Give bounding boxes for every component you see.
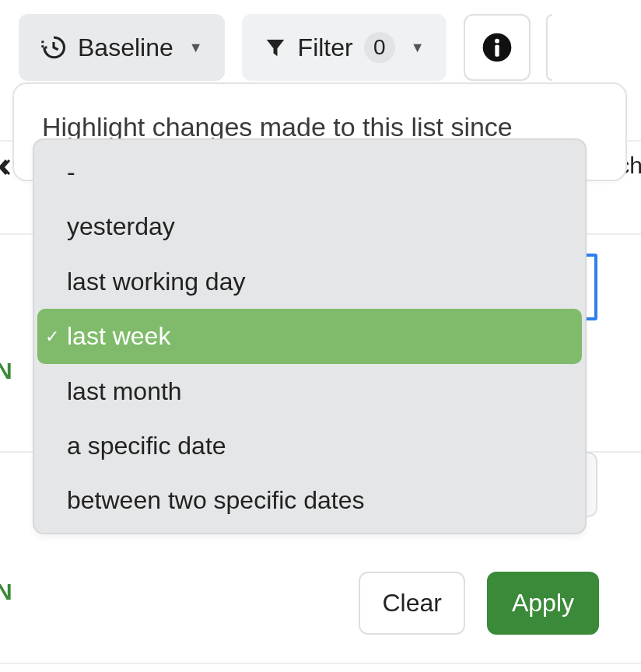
filter-count-badge: 0: [364, 32, 395, 63]
dropdown-option-label: a specific date: [67, 425, 226, 467]
filter-label: Filter: [298, 33, 353, 62]
apply-button[interactable]: Apply: [487, 572, 599, 635]
filter-button[interactable]: Filter 0 ▼: [242, 14, 447, 81]
svg-rect-2: [495, 45, 499, 57]
check-icon: ✓: [45, 322, 59, 351]
dropdown-option-last-week[interactable]: ✓ last week: [37, 309, 582, 363]
bg-cell-fragment: N: [0, 579, 5, 605]
caret-down-icon: ▼: [189, 40, 203, 56]
dropdown-option-none[interactable]: -: [37, 145, 582, 199]
dropdown-option-between-dates[interactable]: between two specific dates: [37, 473, 582, 527]
bg-button-fragment: [546, 14, 552, 81]
dropdown-option-label: -: [67, 151, 75, 193]
caret-down-icon: ▼: [411, 40, 425, 56]
dropdown-option-specific-date[interactable]: a specific date: [37, 418, 582, 473]
bg-grid-line: [0, 663, 641, 664]
dropdown-option-last-month[interactable]: last month: [37, 364, 582, 418]
dropdown-option-label: last week: [67, 315, 170, 357]
clear-button[interactable]: Clear: [359, 572, 464, 635]
baseline-button[interactable]: Baseline ▼: [19, 14, 225, 81]
baseline-range-dropdown: - yesterday last working day ✓ last week…: [33, 138, 587, 534]
dropdown-option-label: last month: [67, 370, 182, 412]
history-icon: [40, 34, 67, 61]
dropdown-option-label: yesterday: [67, 205, 175, 247]
filter-icon: [264, 36, 287, 59]
popover-actions: Clear Apply: [359, 572, 599, 635]
dropdown-option-label: between two specific dates: [67, 479, 364, 521]
dropdown-option-yesterday[interactable]: yesterday: [37, 199, 582, 254]
baseline-label: Baseline: [78, 33, 173, 62]
svg-point-1: [495, 39, 499, 44]
bg-cell-fragment: N: [0, 358, 5, 384]
bg-cell-fragment: [0, 156, 9, 179]
dropdown-option-last-working-day[interactable]: last working day: [37, 254, 582, 309]
info-icon: [482, 32, 513, 63]
toolbar: Baseline ▼ Filter 0 ▼: [0, 0, 641, 81]
info-button[interactable]: [464, 14, 531, 81]
dropdown-option-label: last working day: [67, 261, 245, 303]
